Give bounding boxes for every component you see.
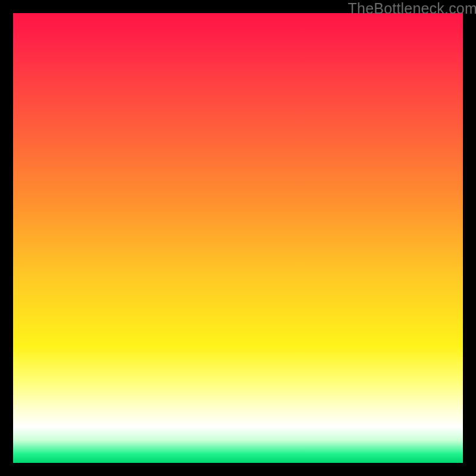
chart-frame bbox=[13, 13, 463, 463]
watermark-text: TheBottleneck.com bbox=[348, 0, 476, 17]
chart-background-gradient bbox=[13, 13, 463, 463]
chart-plot-area bbox=[13, 13, 463, 463]
